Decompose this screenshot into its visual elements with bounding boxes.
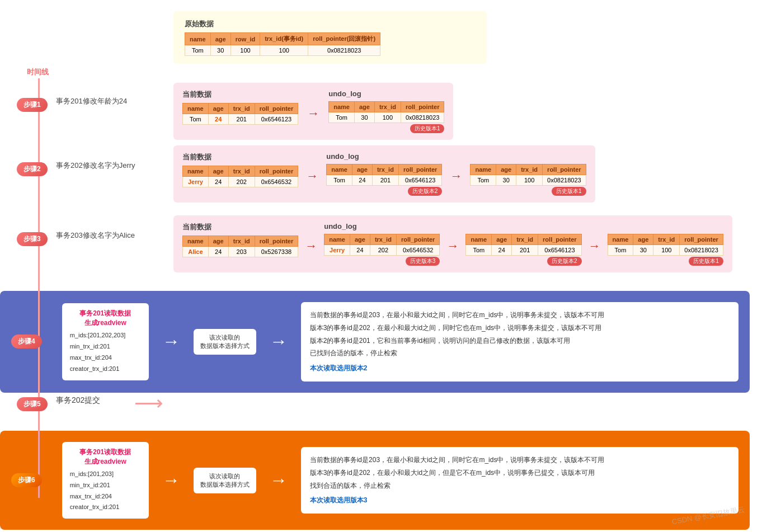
s3u1-h2: age: [350, 234, 370, 245]
s3u3-v4: 0x08218023: [680, 245, 723, 256]
s2c-h2: age: [208, 166, 228, 177]
step3-badge2-wrap: 历史版本2: [465, 256, 581, 266]
step4-desc2: 版本3的事务id是202，在最小和最大id之间，同时它也在m_ids中，说明事务…: [310, 322, 730, 335]
s1c-v1: Tom: [183, 114, 209, 125]
s2u1-h3: trx_id: [372, 164, 398, 175]
s1u-v1: Tom: [329, 112, 355, 123]
s3c-h4: roll_pointer: [255, 236, 298, 247]
step3-badge: 步骤3: [17, 232, 48, 246]
s3c-v1: Alice: [183, 247, 209, 257]
s3u1-v4: 0x6546532: [396, 245, 440, 256]
step6-readview-box: 事务201读取数据 生成readview m_ids:[201,203] min…: [62, 442, 149, 519]
s3u1-h3: trx_id: [370, 234, 396, 245]
s1c-h4: roll_pointer: [255, 103, 298, 114]
step6-desc1: 当前数据的事务id是203，在最小和最大id之间，同时它在m_ids中，说明事务…: [310, 454, 730, 467]
original-data-section: 原始数据 name age row_id trx_id(事务id) roll_p…: [173, 11, 487, 64]
s3u3-v2: 30: [633, 245, 653, 256]
s3c-v2: 24: [208, 247, 228, 257]
s2u1-h4: roll_pointer: [398, 164, 442, 175]
s2u2-v1: Tom: [471, 175, 496, 186]
step3-undo3: . name age trx_id roll_pointer Tom 30 10…: [608, 222, 723, 266]
s2u2-h2: age: [496, 164, 516, 175]
s3u1-h4: roll_pointer: [396, 234, 440, 245]
orig-col-age: age: [210, 33, 231, 45]
s1c-v3: 201: [228, 114, 255, 125]
step6-badge: 步骤6: [11, 473, 42, 487]
step6-section: 步骤6 事务201读取数据 生成readview m_ids:[201,203]…: [0, 431, 750, 530]
s2c-v4: 0x6546532: [255, 177, 298, 187]
step6-highlight: 本次读取选用版本3: [310, 494, 730, 507]
step1-undo: undo_log name age trx_id roll_pointer To…: [328, 90, 444, 133]
timeline-label: 时间线: [27, 67, 49, 77]
step2-desc: 事务202修改名字为Jerry: [56, 161, 135, 171]
step3-current-table: name age trx_id roll_pointer Alice 24 20…: [182, 236, 298, 257]
step3-undo2-spacer: .: [465, 222, 581, 230]
step6-choice-box: 该次读取的 数据版本选择方式: [194, 468, 256, 493]
s3c-v4: 0x5267338: [255, 247, 298, 257]
step2-history-badge1: 历史版本1: [552, 187, 586, 196]
orig-val-rowid: 100: [231, 45, 260, 56]
orig-col-trxid: trx_id(事务id): [260, 33, 308, 45]
s1u-h2: age: [354, 102, 374, 112]
s3c-h3: trx_id: [228, 236, 255, 247]
step2-undo2-table: name age trx_id roll_pointer Tom 30 100 …: [470, 164, 586, 186]
step2-current-table: name age trx_id roll_pointer Jerry 24 20…: [182, 166, 298, 187]
s2c-h4: roll_pointer: [255, 166, 298, 177]
step4-big-arrow2: →: [270, 331, 288, 352]
timeline-line: [38, 78, 40, 498]
orig-col-name: name: [185, 33, 211, 45]
orig-val-trxid: 100: [260, 45, 308, 56]
step1-badge: 步骤1: [17, 98, 48, 112]
s3u3-v3: 100: [653, 245, 680, 256]
step2-undo2-title: .: [470, 152, 586, 161]
s2u1-v4: 0x6546123: [398, 175, 442, 186]
s2c-h1: name: [183, 166, 209, 177]
step2-undo1-table: name age trx_id roll_pointer Tom 24 201 …: [326, 164, 442, 186]
s3u2-h3: trx_id: [512, 234, 538, 245]
step3-history-badge3: 历史版本3: [406, 257, 440, 266]
step2-undo1: undo_log name age trx_id roll_pointer To…: [326, 152, 442, 196]
step3-history-badge1: 历史版本1: [689, 257, 723, 266]
s2u2-h3: trx_id: [516, 164, 543, 175]
step4-desc-box: 当前数据的事务id是203，在最小和最大id之间，同时它在m_ids中，说明事务…: [301, 302, 739, 382]
step3-desc: 事务203修改名字为Alice: [56, 230, 135, 241]
step2-current-title: 当前数据: [182, 152, 298, 162]
step3-undo3-table: name age trx_id roll_pointer Tom 30 100 …: [608, 234, 723, 256]
step4-desc3: 版本2的事务id是201，它和当前事务id相同，说明访问的是自己修改的数据，该版…: [310, 335, 730, 347]
s3u2-v3: 201: [512, 245, 538, 256]
step1-current-table: name age trx_id roll_pointer Tom 24 201 …: [182, 103, 298, 125]
step3-undo1: undo_log name age trx_id roll_pointer Je…: [324, 222, 440, 266]
step3-undo3-spacer: .: [608, 222, 723, 230]
s3u1-h1: name: [324, 234, 350, 245]
step2-arrow2: →: [450, 169, 462, 183]
step3-badge1-wrap: 历史版本1: [608, 256, 723, 266]
s3u1-v2: 24: [350, 245, 370, 256]
s2u1-v3: 201: [372, 175, 398, 186]
s1c-h1: name: [183, 103, 209, 114]
s2u1-h1: name: [327, 164, 352, 175]
step2-badge2-wrap: 历史版本2: [326, 186, 442, 196]
s3u3-h1: name: [608, 234, 633, 245]
step2-undo1-title: undo_log: [326, 152, 442, 161]
step6-big-arrow2: →: [270, 470, 288, 491]
step4-desc1: 当前数据的事务id是203，在最小和最大id之间，同时它在m_ids中，说明事务…: [310, 309, 730, 322]
s3u2-h2: age: [492, 234, 512, 245]
step4-big-arrow: →: [162, 331, 180, 352]
orig-val-rollptr: 0x08218023: [308, 45, 380, 56]
step3-badge3-wrap: 历史版本3: [324, 256, 440, 266]
s2u2-v3: 100: [516, 175, 543, 186]
s2u2-v2: 30: [496, 175, 516, 186]
step4-section: 步骤4 事务201读取数据 生成readview m_ids:[201,202,…: [0, 291, 750, 393]
s3u2-h1: name: [466, 234, 492, 245]
s3c-h1: name: [183, 236, 209, 247]
step5-desc: 事务202提交: [56, 396, 100, 406]
s3u3-h2: age: [633, 234, 653, 245]
step1-arrow: →: [307, 106, 319, 121]
s2u1-v2: 24: [352, 175, 372, 186]
s1u-v2: 30: [354, 112, 374, 123]
s3u1-v3: 202: [370, 245, 396, 256]
s1u-h1: name: [329, 102, 355, 112]
step5-arrow: ⟶: [134, 392, 163, 415]
step6-big-arrow: →: [162, 470, 180, 491]
step1-history-badge-wrap: 历史版本1: [328, 123, 444, 133]
